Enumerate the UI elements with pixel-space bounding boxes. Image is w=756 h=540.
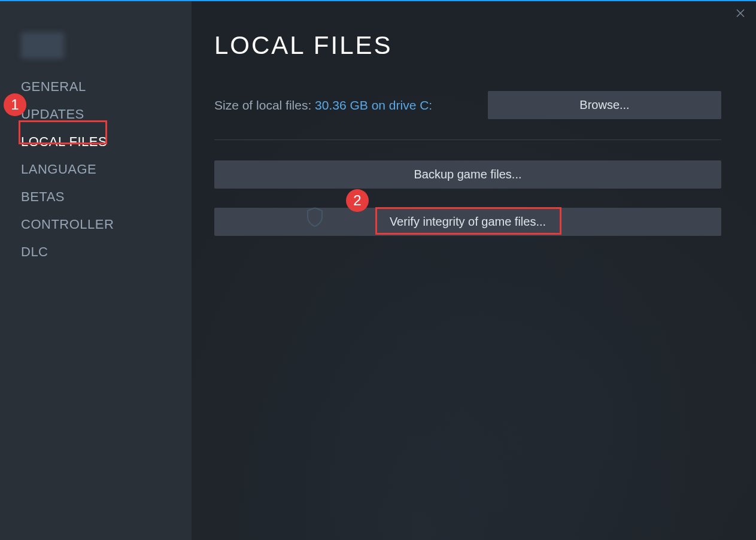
sidebar-item-local-files[interactable]: LOCAL FILES: [21, 128, 192, 156]
sidebar-nav: GENERAL UPDATES LOCAL FILES LANGUAGE BET…: [21, 73, 192, 266]
sidebar-item-general[interactable]: GENERAL: [21, 73, 192, 101]
sidebar-item-updates[interactable]: UPDATES: [21, 101, 192, 128]
browse-button[interactable]: Browse...: [488, 91, 721, 119]
size-label: Size of local files: 30.36 GB on drive C…: [214, 98, 432, 113]
sidebar: GENERAL UPDATES LOCAL FILES LANGUAGE BET…: [0, 1, 192, 540]
verify-integrity-button[interactable]: Verify integrity of game files...: [214, 208, 721, 236]
annotation-badge-1: 1: [4, 93, 26, 116]
size-row: Size of local files: 30.36 GB on drive C…: [214, 91, 721, 119]
sidebar-item-dlc[interactable]: DLC: [21, 238, 192, 266]
sidebar-item-language[interactable]: LANGUAGE: [21, 156, 192, 183]
backup-game-files-button[interactable]: Backup game files...: [214, 160, 721, 189]
annotation-badge-2: 2: [346, 189, 369, 212]
section-divider: [214, 139, 721, 140]
size-label-text: Size of local files:: [214, 98, 315, 112]
close-icon: [735, 8, 746, 19]
sidebar-item-betas[interactable]: BETAS: [21, 183, 192, 211]
size-value: 30.36 GB on drive C:: [315, 98, 432, 112]
page-title: LOCAL FILES: [214, 31, 721, 60]
close-button[interactable]: [733, 6, 748, 20]
main-panel: LOCAL FILES Size of local files: 30.36 G…: [192, 1, 756, 540]
game-logo-placeholder: [21, 32, 64, 59]
sidebar-item-controller[interactable]: CONTROLLER: [21, 211, 192, 238]
